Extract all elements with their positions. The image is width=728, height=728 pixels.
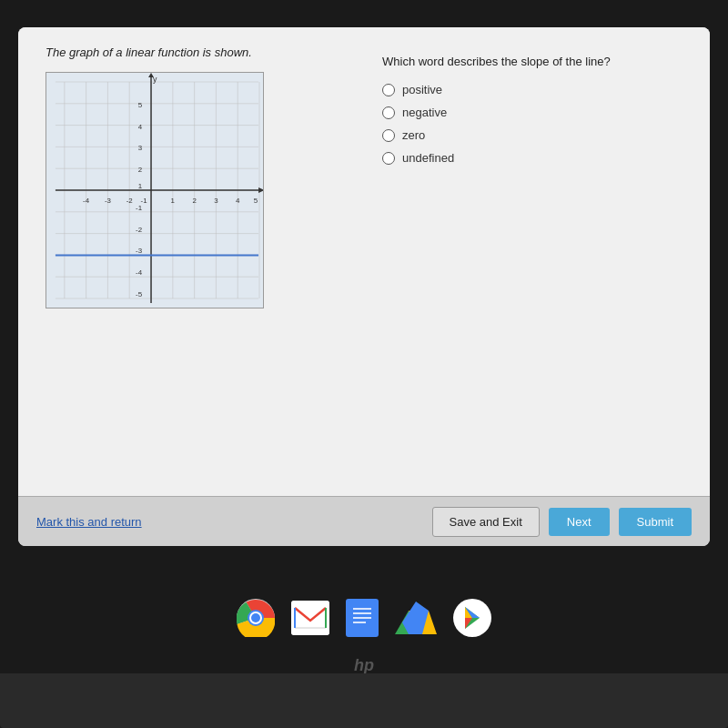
left-question-text: The graph of a linear function is shown. <box>46 46 346 59</box>
label-zero: zero <box>402 128 425 142</box>
svg-text:5: 5 <box>254 197 258 205</box>
label-positive: positive <box>402 83 442 96</box>
save-exit-button[interactable]: Save and Exit <box>432 507 540 537</box>
docs-icon[interactable] <box>346 599 379 637</box>
option-zero[interactable]: zero <box>382 128 682 142</box>
svg-text:-5: -5 <box>136 290 143 298</box>
svg-text:-2: -2 <box>126 197 133 205</box>
hp-logo: hp <box>354 656 374 675</box>
svg-text:1: 1 <box>138 182 143 190</box>
svg-text:4: 4 <box>138 123 143 131</box>
chrome-icon[interactable] <box>237 599 275 637</box>
svg-text:-1: -1 <box>136 204 143 212</box>
option-undefined[interactable]: undefined <box>382 151 682 165</box>
next-button[interactable]: Next <box>549 508 610 536</box>
svg-rect-56 <box>353 612 371 614</box>
graph-svg: -4 -3 -2 -1 1 2 3 4 5 x 5 4 3 2 1 -1 <box>46 73 263 308</box>
svg-text:y: y <box>153 75 157 84</box>
radio-undefined[interactable] <box>382 152 395 165</box>
radio-positive[interactable] <box>382 84 395 96</box>
content-area: The graph of a linear function is shown. <box>18 27 710 496</box>
svg-rect-55 <box>353 608 371 610</box>
svg-text:5: 5 <box>138 101 143 109</box>
taskbar <box>0 599 728 637</box>
svg-text:-4: -4 <box>83 197 90 205</box>
svg-text:-2: -2 <box>136 226 142 234</box>
bottom-bar: Mark this and return Save and Exit Next … <box>18 496 710 546</box>
svg-text:-4: -4 <box>136 268 143 277</box>
radio-negative[interactable] <box>382 106 395 119</box>
label-undefined: undefined <box>402 151 454 165</box>
svg-rect-58 <box>353 622 366 623</box>
gmail-icon[interactable] <box>291 601 329 635</box>
svg-rect-57 <box>353 617 371 619</box>
bottom-bezel <box>0 673 728 728</box>
option-positive[interactable]: positive <box>382 83 682 96</box>
slope-question-text: Which word describes the slope of the li… <box>382 55 682 68</box>
svg-text:2: 2 <box>138 166 142 174</box>
screen: The graph of a linear function is shown. <box>18 27 710 546</box>
svg-text:2: 2 <box>192 197 196 205</box>
graph-container: -4 -3 -2 -1 1 2 3 4 5 x 5 4 3 2 1 -1 <box>46 72 264 308</box>
svg-text:3: 3 <box>138 144 143 152</box>
svg-text:3: 3 <box>214 197 218 205</box>
svg-text:-3: -3 <box>105 197 112 205</box>
label-negative: negative <box>402 106 447 119</box>
drive-icon[interactable] <box>395 600 437 636</box>
svg-point-50 <box>251 613 260 622</box>
mark-return-link[interactable]: Mark this and return <box>36 515 423 529</box>
submit-button[interactable]: Submit <box>619 508 692 536</box>
svg-marker-23 <box>258 187 263 193</box>
right-panel: Which word describes the slope of the li… <box>382 46 682 478</box>
svg-text:-3: -3 <box>136 247 143 255</box>
svg-text:1: 1 <box>171 197 176 205</box>
option-negative[interactable]: negative <box>382 106 682 119</box>
left-panel: The graph of a linear function is shown. <box>46 46 346 478</box>
svg-text:4: 4 <box>236 197 240 205</box>
radio-zero[interactable] <box>382 129 395 142</box>
play-icon[interactable] <box>453 599 491 637</box>
